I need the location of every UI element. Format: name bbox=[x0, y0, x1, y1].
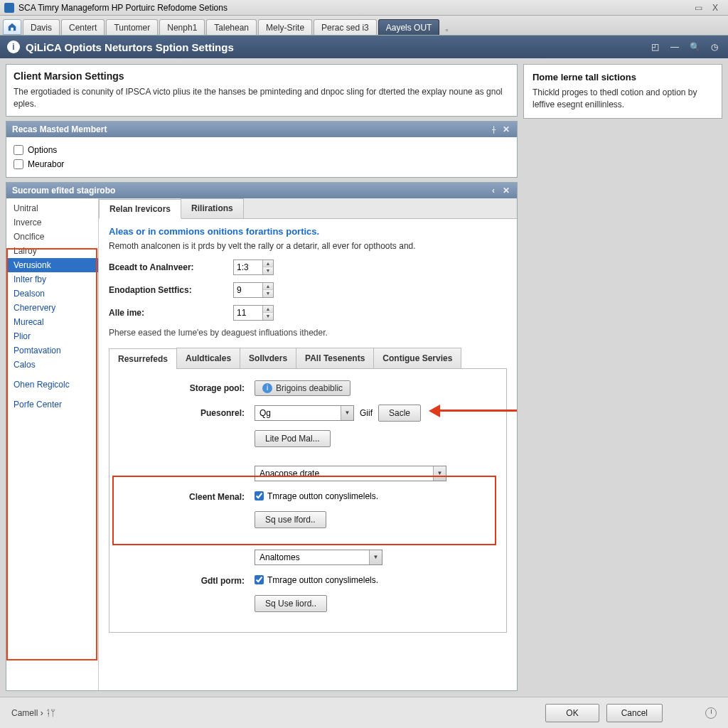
gdl-porm-dropdown[interactable]: ▼ bbox=[255, 550, 382, 565]
info-icon: i bbox=[7, 41, 20, 53]
sidebar-item-calos[interactable]: Calos bbox=[6, 358, 98, 372]
meurabor-checkbox[interactable] bbox=[14, 159, 23, 169]
panel-close-icon-2[interactable]: ✕ bbox=[501, 186, 511, 196]
help-title: Пome lerne tall sictions bbox=[532, 72, 713, 82]
tab-centert[interactable]: Centert bbox=[61, 19, 105, 35]
pueson-input[interactable] bbox=[255, 406, 341, 420]
innertab-rilirations[interactable]: Rilirations bbox=[181, 198, 244, 218]
help-desc: Thickld proges to thedl cotion and optio… bbox=[532, 87, 713, 111]
alle-input[interactable] bbox=[234, 306, 262, 320]
sidebar-item-inverce[interactable]: Inverce bbox=[6, 215, 98, 230]
panel-back-icon[interactable]: ‹ bbox=[488, 186, 498, 196]
client-menal-button[interactable]: Sq use lford.. bbox=[255, 511, 326, 528]
pueson-dropdown[interactable]: ▼ bbox=[255, 405, 354, 421]
minimize-panel-icon[interactable]: — bbox=[668, 41, 681, 53]
storage-pool-badge[interactable]: i Brigoins deabiblic bbox=[255, 380, 350, 396]
sidebar-item-unitral[interactable]: Unitral bbox=[6, 201, 98, 215]
alle-spinner[interactable]: ▲▼ bbox=[233, 305, 274, 321]
alle-label: Alle ime: bbox=[109, 308, 233, 318]
subtab-contigue[interactable]: Contigue Servies bbox=[373, 348, 461, 368]
globe-icon[interactable]: ◷ bbox=[708, 41, 721, 53]
app-icon bbox=[4, 3, 14, 13]
endo-spinner[interactable]: ▲▼ bbox=[233, 282, 274, 298]
lite-pod-button[interactable]: Lite Pod Mal... bbox=[255, 430, 331, 447]
clock-icon bbox=[705, 707, 717, 719]
breadcrumb[interactable]: Camell › ᛑᛘ bbox=[11, 708, 55, 718]
tab-overflow-icon[interactable]: ▫ bbox=[445, 25, 448, 35]
titlebar: SCA Timry Manageform HP Portuirc Refodom… bbox=[0, 0, 728, 16]
client-menal-check-label: Tmrage outton conyslimelels. bbox=[267, 491, 378, 501]
page-title: QiLiCA Optiots Neturtors Sption Settings bbox=[26, 41, 234, 53]
callout-arrow bbox=[429, 405, 517, 417]
endo-input[interactable] bbox=[234, 283, 262, 297]
bcead-spinner[interactable]: ▲▼ bbox=[233, 259, 274, 275]
storage-pool-label: Storage pool: bbox=[119, 383, 255, 393]
subtab-resurrefeds[interactable]: Resurrefeds bbox=[109, 348, 177, 369]
member-panel-title: Recas Masted Membert bbox=[12, 124, 107, 134]
gdl-porm-label: Gdtl porm: bbox=[119, 576, 255, 586]
sidebar-item-verusionk[interactable]: Verusionk bbox=[6, 258, 98, 272]
bcead-input[interactable] bbox=[234, 260, 262, 274]
member-panel: Recas Masted Membert ⟊ ✕ Options Meurabo… bbox=[6, 121, 518, 178]
cancel-button[interactable]: Cancel bbox=[606, 704, 663, 722]
svg-rect-0 bbox=[11, 28, 14, 31]
tab-tuntomer[interactable]: Tuntomer bbox=[106, 19, 158, 35]
spin-up-icon[interactable]: ▲ bbox=[263, 260, 273, 267]
gdl-porm-checkbox[interactable] bbox=[255, 575, 264, 584]
page-header: i QiLiCA Optiots Neturtors Sption Settin… bbox=[0, 36, 728, 58]
sidebar-item-porfe[interactable]: Porfe Center bbox=[6, 397, 98, 412]
sidebar-item-lalroy[interactable]: Lalroy bbox=[6, 244, 98, 258]
sidebar-item-onclfice[interactable]: Onclfice bbox=[6, 230, 98, 244]
tab-talehean[interactable]: Talehean bbox=[206, 19, 257, 35]
form-note: Pherse eased the Iume'es by deaguest inf… bbox=[109, 328, 507, 338]
client-menal-checkbox[interactable] bbox=[255, 491, 264, 500]
tab-davis[interactable]: Davis bbox=[23, 19, 60, 35]
ok-button[interactable]: OK bbox=[545, 704, 599, 722]
section-desc: Remoth analconen is it prds by velt the … bbox=[109, 241, 507, 251]
home-tab-icon[interactable] bbox=[3, 19, 21, 35]
tab-nenph1[interactable]: Nenph1 bbox=[159, 19, 205, 35]
search-icon[interactable]: 🔍 bbox=[688, 41, 701, 53]
client-marsion-panel: Client Marsion Settings The ergotiaded i… bbox=[6, 64, 518, 117]
sidebar-item-inlterfby[interactable]: Inlter fby bbox=[6, 272, 98, 287]
close-icon[interactable]: X bbox=[707, 3, 724, 13]
staging-panel-title: Sucroum efited stagirobo bbox=[12, 186, 115, 196]
sidebar-item-dealson[interactable]: Dealson bbox=[6, 287, 98, 301]
subtab-auldticales[interactable]: Auldticales bbox=[176, 348, 240, 368]
subtab-pall[interactable]: PAll Tesenents bbox=[296, 348, 374, 368]
sidebar-item-pomtavation[interactable]: Pomtavation bbox=[6, 343, 98, 358]
bcead-label: Bceadt to AnaInveer: bbox=[109, 262, 233, 272]
sidebar-item-cherervery[interactable]: Cherervery bbox=[6, 301, 98, 315]
chevron-down-icon[interactable]: ▼ bbox=[341, 406, 353, 420]
tab-aayels-out[interactable]: Aayels OUT bbox=[378, 19, 440, 35]
panel-pin-icon[interactable]: ⟊ bbox=[488, 124, 498, 134]
chevron-down-icon[interactable]: ▼ bbox=[433, 466, 446, 481]
gdl-porm-input[interactable] bbox=[255, 550, 369, 564]
save-button[interactable]: Sacle bbox=[378, 405, 421, 422]
pueson-label: Puesonrel: bbox=[119, 408, 255, 418]
info-small-icon: i bbox=[262, 383, 272, 393]
section-title: Aleas or in commions onitions forartins … bbox=[109, 226, 507, 237]
sidebar-item-murecal[interactable]: Murecal bbox=[6, 315, 98, 329]
side-nav: Unitral Inverce Onclfice Lalroy Verusion… bbox=[6, 198, 99, 690]
innertab-relan[interactable]: Relan Irevicors bbox=[99, 199, 181, 219]
options-label: Options bbox=[28, 145, 57, 155]
tab-perac[interactable]: Perac sed i3 bbox=[314, 19, 377, 35]
sidebar-item-plior[interactable]: Plior bbox=[6, 329, 98, 343]
chevron-down-icon[interactable]: ▼ bbox=[369, 550, 382, 564]
footer: Camell › ᛑᛘ OK Cancel bbox=[0, 697, 728, 728]
panel-close-icon[interactable]: ✕ bbox=[501, 124, 511, 134]
gdl-porm-button[interactable]: Sq Use liord.. bbox=[255, 595, 327, 612]
client-menal-input[interactable] bbox=[255, 466, 433, 481]
bookmark-icon[interactable]: ◰ bbox=[648, 41, 661, 53]
tab-melysrite[interactable]: Mely-Srite bbox=[258, 19, 312, 35]
sidebar-item-ohen[interactable]: Ohen Regicolc bbox=[6, 378, 98, 392]
options-checkbox[interactable] bbox=[14, 145, 23, 155]
spin-down-icon[interactable]: ▼ bbox=[263, 267, 273, 274]
gif-label: Giif bbox=[360, 408, 373, 418]
main-tabstrip: Davis Centert Tuntomer Nenph1 Talehean M… bbox=[0, 16, 728, 36]
minimize-icon[interactable]: ▭ bbox=[690, 3, 707, 13]
subtab-sollvders[interactable]: Sollvders bbox=[240, 348, 296, 368]
client-marsion-desc: The ergotiaded is conunity of IPSCA vict… bbox=[14, 86, 510, 110]
client-menal-dropdown[interactable]: ▼ bbox=[255, 466, 446, 481]
